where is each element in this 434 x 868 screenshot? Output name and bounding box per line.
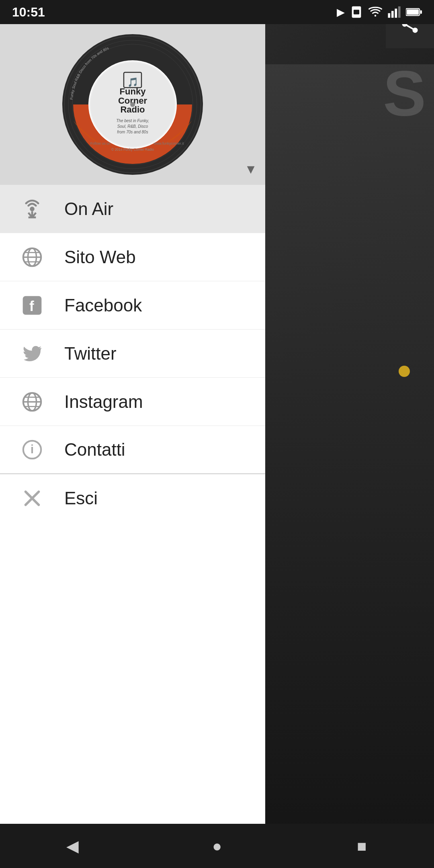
svg-rect-3: [388, 13, 390, 18]
menu-list: On Air Sito Web f: [0, 185, 265, 824]
antenna-icon: [16, 193, 48, 225]
status-time: 10:51: [12, 5, 45, 20]
svg-text:Soul, R&B, Disco: Soul, R&B, Disco: [117, 124, 148, 129]
status-bar: 10:51 ▶: [0, 0, 434, 24]
battery-icon: [406, 5, 422, 19]
svg-point-37: [30, 207, 35, 211]
svg-point-35: [130, 102, 135, 107]
svg-rect-8: [420, 10, 422, 14]
instagram-label: Instagram: [64, 392, 143, 412]
twitter-icon: [16, 338, 48, 370]
bg-letter: S: [383, 56, 426, 130]
drawer-panel: 🎵 Funky Corner Radio The best in Funky, …: [0, 24, 265, 824]
on-air-label: On Air: [64, 199, 113, 219]
twitter-label: Twitter: [64, 344, 117, 364]
info-icon: i: [16, 434, 48, 466]
play-icon: ▶: [337, 6, 345, 18]
menu-item-twitter[interactable]: Twitter: [0, 330, 265, 378]
svg-text:The best in Funky,: The best in Funky,: [116, 119, 149, 123]
svg-rect-4: [391, 11, 394, 18]
dropdown-arrow[interactable]: ▼: [244, 162, 257, 177]
contatti-label: Contatti: [64, 440, 125, 460]
back-button[interactable]: ◀: [56, 830, 88, 862]
svg-text:© 2014 Funky Corner Radio: © 2014 Funky Corner Radio: [111, 147, 154, 151]
vinyl-record: 🎵 Funky Corner Radio The best in Funky, …: [60, 32, 205, 177]
menu-item-facebook[interactable]: f Facebook: [0, 281, 265, 330]
accent-dot: [399, 366, 410, 377]
wifi-icon: [368, 5, 383, 19]
signal-icon: [387, 5, 401, 19]
recents-button[interactable]: ■: [346, 830, 378, 862]
svg-rect-9: [407, 10, 419, 15]
close-icon: [16, 482, 48, 514]
bg-figure: [265, 64, 434, 868]
logo-area: 🎵 Funky Corner Radio The best in Funky, …: [0, 24, 265, 185]
svg-text:from 70s and 80s: from 70s and 80s: [117, 130, 148, 134]
facebook-icon: f: [16, 289, 48, 321]
menu-item-contatti[interactable]: i Contatti: [0, 426, 265, 474]
facebook-label: Facebook: [64, 295, 142, 315]
svg-text:f: f: [29, 298, 34, 314]
instagram-icon: [16, 386, 48, 418]
sim-icon: [350, 5, 363, 19]
svg-text:i: i: [31, 442, 34, 456]
svg-text:🎵: 🎵: [127, 77, 139, 88]
globe-icon: [16, 241, 48, 273]
home-button[interactable]: ●: [201, 830, 233, 862]
svg-text:Follow us on: Follow us on: [90, 141, 111, 145]
esci-label: Esci: [64, 488, 98, 508]
status-icons: ▶: [337, 5, 422, 19]
menu-item-sito-web[interactable]: Sito Web: [0, 233, 265, 281]
svg-line-14: [405, 24, 415, 30]
svg-rect-6: [398, 6, 401, 18]
svg-point-2: [375, 15, 377, 17]
bottom-navigation: ◀ ● ■: [0, 824, 434, 868]
menu-item-instagram[interactable]: Instagram: [0, 378, 265, 426]
menu-item-esci[interactable]: Esci: [0, 474, 265, 522]
svg-text:Funky: Funky: [120, 86, 146, 96]
svg-text:www.funkycorner.it: www.funkycorner.it: [153, 141, 184, 145]
svg-rect-5: [395, 9, 397, 18]
sito-web-label: Sito Web: [64, 247, 136, 267]
svg-rect-1: [354, 10, 359, 14]
menu-item-on-air[interactable]: On Air: [0, 185, 265, 233]
background-panel: S: [265, 0, 434, 868]
